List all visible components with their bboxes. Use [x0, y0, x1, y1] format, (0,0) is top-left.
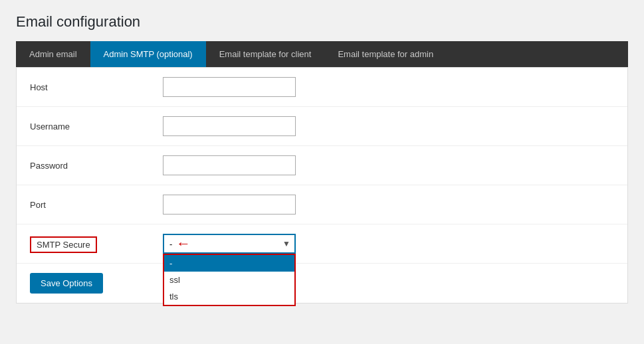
host-input[interactable] — [163, 77, 296, 97]
tab-admin-email[interactable]: Admin email — [16, 41, 90, 67]
smtp-secure-label: SMTP Secure — [30, 236, 97, 253]
tab-email-template-admin[interactable]: Email template for admin — [324, 41, 447, 67]
username-input[interactable] — [163, 116, 296, 136]
tab-email-template-client[interactable]: Email template for client — [206, 41, 325, 67]
host-label: Host — [30, 82, 163, 92]
smtp-label-wrapper: SMTP Secure — [30, 234, 163, 253]
dropdown-option-tls[interactable]: tls — [164, 288, 294, 305]
save-row: Save Options — [17, 264, 627, 303]
username-label: Username — [30, 122, 163, 131]
smtp-secure-row: SMTP Secure - ssl tls ▼ - ssl tls ← — [17, 224, 627, 264]
port-row: Port — [17, 185, 627, 224]
save-options-button[interactable]: Save Options — [30, 273, 103, 294]
page-title: Email configuration — [16, 13, 628, 31]
port-label: Port — [30, 200, 163, 210]
password-row: Password — [17, 146, 627, 185]
host-row: Host — [17, 68, 627, 107]
password-input[interactable] — [163, 155, 296, 175]
tabs-bar: Admin email Admin SMTP (optional) Email … — [16, 41, 628, 67]
page-wrapper: Email configuration Admin email Admin SM… — [0, 0, 644, 344]
port-input[interactable] — [163, 195, 296, 215]
username-row: Username — [17, 107, 627, 146]
password-label: Password — [30, 161, 163, 171]
arrow-indicator-icon: ← — [176, 236, 191, 251]
smtp-secure-dropdown: - ssl tls — [163, 254, 296, 306]
dropdown-option-dash[interactable]: - — [164, 255, 294, 272]
form-container: Host Username Password Port SMTP Secure … — [16, 67, 628, 303]
tab-admin-smtp[interactable]: Admin SMTP (optional) — [90, 41, 206, 67]
dropdown-option-ssl[interactable]: ssl — [164, 272, 294, 288]
